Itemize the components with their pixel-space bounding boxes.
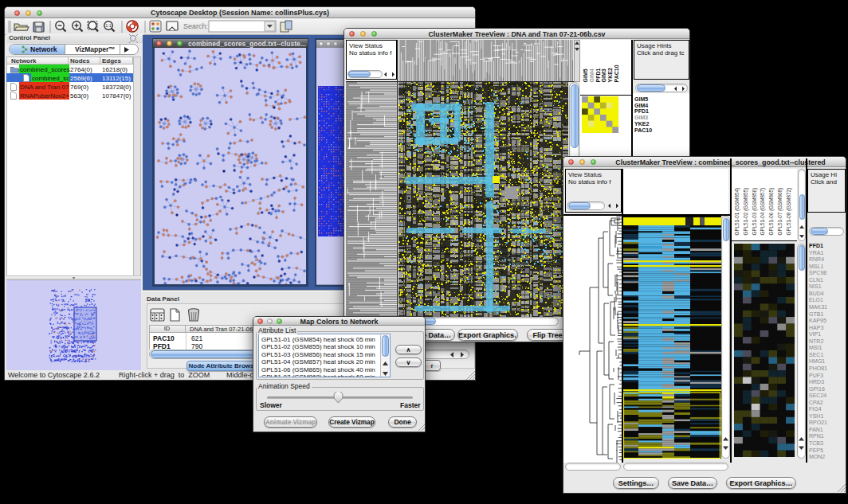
svg-text:Search:: Search: xyxy=(183,22,208,30)
svg-text:1:1: 1:1 xyxy=(105,23,112,28)
